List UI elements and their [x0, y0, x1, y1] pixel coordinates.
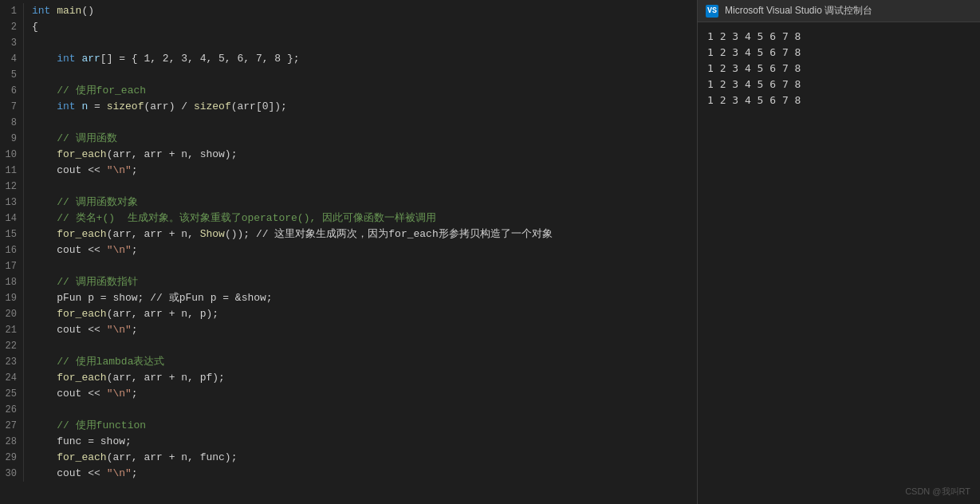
line-number: 7 [0, 99, 24, 115]
code-token: "\n" [107, 324, 132, 336]
code-token: { [32, 21, 38, 33]
line-content: cout << "\n"; [32, 242, 697, 258]
code-token: = [88, 100, 106, 112]
code-line: 11 cout << "\n"; [0, 163, 697, 179]
code-token: sizeof [194, 100, 231, 112]
code-token: "\n" [107, 467, 132, 479]
line-content: // 调用函数对象 [32, 195, 697, 211]
code-token [32, 419, 57, 431]
code-token: for_each [57, 148, 106, 160]
code-token [32, 356, 57, 368]
code-token: cout << [32, 164, 107, 176]
code-line: 13 // 调用函数对象 [0, 195, 697, 211]
code-line: 26 [0, 402, 697, 418]
line-number: 8 [0, 115, 24, 131]
line-number: 10 [0, 147, 24, 163]
code-token [32, 212, 57, 224]
code-line: 14 // 类名+() 生成对象。该对象重载了operatore(), 因此可像… [0, 211, 697, 226]
code-token: cout << [32, 324, 107, 336]
code-token: pFun p = show; // 或pFun p = &show; [32, 292, 273, 304]
line-number: 5 [0, 67, 24, 83]
line-content: // 使用lambda表达式 [32, 354, 697, 370]
line-content: // 使用function [32, 418, 697, 434]
line-content: for_each(arr, arr + n, show); [32, 147, 697, 163]
line-number: 20 [0, 306, 24, 322]
code-line: 20 for_each(arr, arr + n, p); [0, 306, 697, 322]
code-line: 30 cout << "\n"; [0, 466, 697, 482]
code-token: for_each [57, 372, 106, 384]
code-line: 3 [0, 35, 697, 51]
code-token: ; [132, 164, 138, 176]
watermark: CSDN @我叫RT [905, 486, 970, 498]
code-token [32, 100, 57, 112]
code-token: // 类名+() 生成对象。该对象重载了operatore(), 因此可像函数一… [57, 212, 436, 224]
code-token: // 调用函数对象 [57, 196, 137, 208]
line-content: // 调用函数指针 [32, 274, 697, 290]
line-number: 26 [0, 402, 24, 418]
line-content: cout << "\n"; [32, 322, 697, 338]
code-token: (arr, arr + n, [107, 228, 200, 240]
code-token: sizeof [107, 100, 144, 112]
line-content: int arr[] = { 1, 2, 3, 4, 5, 6, 7, 8 }; [32, 51, 697, 67]
code-line: 15 for_each(arr, arr + n, Show()); // 这里… [0, 226, 697, 242]
code-token: (arr, arr + n, pf); [107, 372, 225, 384]
code-line: 24 for_each(arr, arr + n, pf); [0, 370, 697, 386]
line-number: 30 [0, 466, 24, 482]
console-title: Microsoft Visual Studio 调试控制台 [725, 4, 872, 18]
line-number: 21 [0, 322, 24, 338]
vs-icon: VS [706, 5, 718, 18]
vs-icon-text: VS [707, 6, 717, 15]
line-number: 4 [0, 51, 24, 67]
line-number: 14 [0, 211, 24, 226]
code-token: int [57, 53, 75, 65]
code-token: cout << [32, 467, 107, 479]
code-token: ; [132, 467, 138, 479]
line-number: 24 [0, 370, 24, 386]
code-token [32, 85, 57, 96]
line-number: 3 [0, 35, 24, 51]
code-token: int [57, 100, 75, 112]
line-number: 16 [0, 242, 24, 258]
code-line: 2{ [0, 19, 697, 35]
code-line: 25 cout << "\n"; [0, 386, 697, 402]
console-output-line: 1 2 3 4 5 6 7 8 [707, 61, 970, 77]
code-token [32, 372, 57, 384]
code-line: 23 // 使用lambda表达式 [0, 354, 697, 370]
console-output-line: 1 2 3 4 5 6 7 8 [707, 29, 970, 45]
code-token: main [57, 5, 81, 17]
line-content: { [32, 19, 697, 35]
code-line: 9 // 调用函数 [0, 131, 697, 147]
code-line: 10 for_each(arr, arr + n, show); [0, 147, 697, 163]
code-token: // 使用for_each [57, 85, 146, 96]
console-output-line: 1 2 3 4 5 6 7 8 [707, 93, 970, 108]
code-token: for_each [57, 308, 106, 320]
line-content: pFun p = show; // 或pFun p = &show; [32, 290, 697, 306]
line-content: cout << "\n"; [32, 386, 697, 402]
line-content: cout << "\n"; [32, 466, 697, 482]
code-line: 7 int n = sizeof(arr) / sizeof(arr[0]); [0, 99, 697, 115]
line-content: for_each(arr, arr + n, Show()); // 这里对象生… [32, 226, 697, 242]
code-line: 18 // 调用函数指针 [0, 274, 697, 290]
code-token [32, 308, 57, 320]
code-token: int [32, 5, 50, 17]
code-token: for_each [57, 451, 106, 463]
line-number: 9 [0, 131, 24, 147]
code-token: // 调用函数指针 [57, 276, 137, 288]
line-content: // 使用for_each [32, 83, 697, 99]
code-token: "\n" [107, 164, 132, 176]
line-content: // 调用函数 [32, 131, 697, 147]
code-token: () [81, 5, 94, 17]
line-content: for_each(arr, arr + n, p); [32, 306, 697, 322]
line-number: 28 [0, 434, 24, 450]
code-token: ; [132, 244, 138, 256]
line-number: 13 [0, 195, 24, 211]
console-output-line: 1 2 3 4 5 6 7 8 [707, 77, 970, 93]
code-token: ()); // 这里对象生成两次，因为for_each形参拷贝构造了一个对象 [225, 228, 553, 240]
line-content: for_each(arr, arr + n, pf); [32, 370, 697, 386]
code-token: (arr) / [144, 100, 193, 112]
code-line: 16 cout << "\n"; [0, 242, 697, 258]
code-token: cout << [32, 244, 107, 256]
code-line: 17 [0, 258, 697, 274]
code-token [32, 148, 57, 160]
line-number: 12 [0, 179, 24, 195]
